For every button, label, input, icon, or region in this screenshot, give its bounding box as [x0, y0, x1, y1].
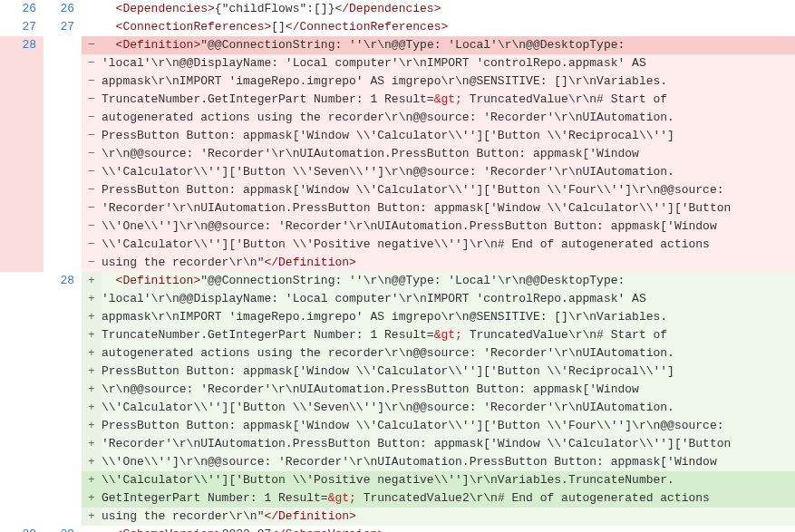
diff-line[interactable]: +appmask\r\nIMPORT 'imageRepo.imgrepo' A…: [0, 308, 795, 326]
code-content: appmask\r\nIMPORT 'imageRepo.imgrepo' AS…: [102, 73, 795, 91]
line-number-old: [0, 435, 44, 453]
code-content: appmask\r\nIMPORT 'imageRepo.imgrepo' AS…: [102, 308, 795, 326]
diff-marker: +: [82, 417, 102, 435]
diff-marker: +: [82, 344, 102, 363]
code-content: using the recorder\r\n"</Definition>: [102, 254, 795, 272]
diff-line[interactable]: +PressButton Button: appmask['Window \\'…: [0, 363, 795, 381]
line-number-new: [44, 54, 82, 73]
line-number-new: [44, 36, 82, 54]
diff-marker: −: [82, 199, 102, 218]
line-number-new: [44, 417, 82, 435]
diff-marker: −: [82, 254, 102, 272]
line-number-new: [44, 236, 82, 254]
diff-line[interactable]: +GetIntegerPart Number: 1 Result=&gt; Tr…: [0, 489, 795, 508]
line-number-old: [0, 54, 44, 73]
code-content: <Definition>"@@ConnectionString: ''\r\n@…: [102, 36, 795, 54]
code-content: PressButton Button: appmask['Window \\'C…: [102, 127, 795, 145]
line-number-old: [0, 489, 44, 508]
line-number-old: [0, 199, 44, 218]
diff-line[interactable]: +TruncateNumber.GetIntegerPart Number: 1…: [0, 326, 795, 344]
line-number-old: [0, 363, 44, 381]
code-content: using the recorder\r\n"</Definition>: [102, 508, 795, 526]
line-number-old: 26: [0, 0, 44, 18]
diff-line[interactable]: +\\'Calculator\\'']['Button \\'Seven\\''…: [0, 399, 795, 417]
diff-line[interactable]: 2626 <Dependencies>{"childFlows":[]}</De…: [0, 0, 795, 18]
diff-line[interactable]: +\\'One\\'']\r\n@@source: 'Recorder'\r\n…: [0, 453, 795, 471]
diff-line[interactable]: −\\'Calculator\\'']['Button \\'Seven\\''…: [0, 163, 795, 181]
line-number-old: [0, 163, 44, 181]
diff-line[interactable]: 28− <Definition>"@@ConnectionString: ''\…: [0, 36, 795, 54]
diff-marker: +: [82, 308, 102, 326]
line-number-new: [44, 399, 82, 417]
code-content: 'local'\r\n@@DisplayName: 'Local compute…: [102, 54, 795, 73]
code-content: <ConnectionReferences>[]</ConnectionRefe…: [102, 18, 795, 36]
diff-line[interactable]: −PressButton Button: appmask['Window \\'…: [0, 181, 795, 199]
line-number-new: [44, 471, 82, 489]
code-content: \\'Calculator\\'']['Button \\'Positive n…: [102, 471, 795, 489]
code-content: \r\n@@source: 'Recorder'\r\nUIAutomation…: [102, 145, 795, 163]
line-number-old: [0, 145, 44, 163]
line-number-new: 29: [44, 526, 82, 532]
line-number-old: [0, 91, 44, 109]
diff-line[interactable]: −\\'One\\'']\r\n@@source: 'Recorder'\r\n…: [0, 218, 795, 236]
line-number-new: [44, 489, 82, 508]
diff-marker: −: [82, 218, 102, 236]
line-number-old: [0, 290, 44, 308]
diff-marker: −: [82, 236, 102, 254]
diff-marker: +: [82, 326, 102, 344]
line-number-new: [44, 91, 82, 109]
code-content: <Definition>"@@ConnectionString: ''\r\n@…: [102, 272, 795, 290]
line-number-old: [0, 272, 44, 290]
diff-marker: −: [82, 145, 102, 163]
code-content: autogenerated actions using the recorder…: [102, 344, 795, 363]
diff-line[interactable]: +PressButton Button: appmask['Window \\'…: [0, 417, 795, 435]
line-number-new: [44, 453, 82, 471]
line-number-new: [44, 145, 82, 163]
line-number-new: [44, 109, 82, 127]
diff-line[interactable]: +'local'\r\n@@DisplayName: 'Local comput…: [0, 290, 795, 308]
diff-marker: −: [82, 91, 102, 109]
diff-marker: +: [82, 381, 102, 399]
code-content: 'Recorder'\r\nUIAutomation.PressButton B…: [102, 435, 795, 453]
diff-line[interactable]: 2727 <ConnectionReferences>[]</Connectio…: [0, 18, 795, 36]
line-number-new: [44, 435, 82, 453]
line-number-new: [44, 363, 82, 381]
diff-line[interactable]: −'local'\r\n@@DisplayName: 'Local comput…: [0, 54, 795, 73]
line-number-old: 29: [0, 526, 44, 532]
line-number-old: [0, 308, 44, 326]
line-number-new: [44, 326, 82, 344]
code-content: 'local'\r\n@@DisplayName: 'Local compute…: [102, 290, 795, 308]
diff-line[interactable]: 28+ <Definition>"@@ConnectionString: ''\…: [0, 272, 795, 290]
diff-marker: +: [82, 471, 102, 489]
diff-line[interactable]: −\r\n@@source: 'Recorder'\r\nUIAutomatio…: [0, 145, 795, 163]
diff-line[interactable]: −appmask\r\nIMPORT 'imageRepo.imgrepo' A…: [0, 73, 795, 91]
diff-line[interactable]: +using the recorder\r\n"</Definition>: [0, 508, 795, 526]
diff-line[interactable]: +'Recorder'\r\nUIAutomation.PressButton …: [0, 435, 795, 453]
code-content: TruncateNumber.GetIntegerPart Number: 1 …: [102, 326, 795, 344]
diff-line[interactable]: −using the recorder\r\n"</Definition>: [0, 254, 795, 272]
diff-viewer: 2626 <Dependencies>{"childFlows":[]}</De…: [0, 0, 795, 532]
code-content: PressButton Button: appmask['Window \\'C…: [102, 181, 795, 199]
line-number-old: [0, 109, 44, 127]
diff-marker: [82, 0, 102, 18]
diff-marker: −: [82, 181, 102, 199]
line-number-new: 27: [44, 18, 82, 36]
code-content: \r\n@@source: 'Recorder'\r\nUIAutomation…: [102, 381, 795, 399]
diff-marker: −: [82, 36, 102, 54]
diff-line[interactable]: −TruncateNumber.GetIntegerPart Number: 1…: [0, 91, 795, 109]
diff-line[interactable]: −PressButton Button: appmask['Window \\'…: [0, 127, 795, 145]
line-number-old: [0, 218, 44, 236]
diff-marker: −: [82, 127, 102, 145]
diff-marker: −: [82, 54, 102, 73]
diff-marker: +: [82, 453, 102, 471]
diff-line[interactable]: +\r\n@@source: 'Recorder'\r\nUIAutomatio…: [0, 381, 795, 399]
diff-line[interactable]: 2929 <SchemaVersion>2022.07</SchemaVersi…: [0, 526, 795, 532]
line-number-new: [44, 181, 82, 199]
line-number-old: [0, 399, 44, 417]
diff-line[interactable]: −autogenerated actions using the recorde…: [0, 109, 795, 127]
diff-line[interactable]: +autogenerated actions using the recorde…: [0, 344, 795, 363]
diff-line[interactable]: −\\'Calculator\\'']['Button \\'Positive …: [0, 236, 795, 254]
diff-line[interactable]: −'Recorder'\r\nUIAutomation.PressButton …: [0, 199, 795, 218]
diff-line[interactable]: +\\'Calculator\\'']['Button \\'Positive …: [0, 471, 795, 489]
line-number-new: [44, 344, 82, 363]
